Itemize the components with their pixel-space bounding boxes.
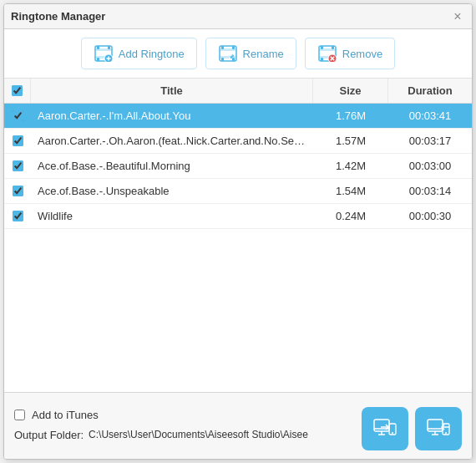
ringtone-table: Title Size Duration Aaron.Carter.-.I'm.A… [4, 78, 472, 392]
row-size: 0.24M [313, 204, 388, 228]
row-title: Ace.of.Base.-.Unspeakable [31, 179, 313, 203]
row-checkbox[interactable] [13, 186, 23, 196]
table-body: Aaron.Carter.-.I'm.All.About.You1.76M00:… [4, 104, 472, 390]
device-to-computer-button[interactable] [362, 407, 408, 450]
row-title: Ace.of.Base.-.Beautiful.Morning [31, 154, 313, 178]
footer-actions [362, 407, 462, 450]
row-size: 1.42M [313, 154, 388, 178]
remove-icon [317, 43, 337, 64]
row-size: 1.76M [313, 104, 388, 128]
row-size: 1.54M [313, 179, 388, 203]
svg-point-40 [445, 432, 447, 434]
row-size: 1.57M [313, 129, 388, 153]
header-duration: Duration [388, 79, 472, 103]
footer: Add to iTunes Output Folder: C:\Users\Us… [4, 392, 472, 459]
computer-to-device-button[interactable] [415, 407, 462, 450]
row-title: Wildlife [31, 204, 313, 228]
header-size: Size [313, 79, 388, 103]
header-title: Title [31, 79, 313, 103]
remove-button[interactable]: Remove [305, 38, 395, 69]
svg-point-33 [392, 432, 393, 434]
row-checkbox[interactable] [13, 160, 23, 171]
window-title: Ringtone Manager [11, 10, 105, 23]
svg-rect-4 [108, 46, 110, 49]
computer-to-device-icon [426, 416, 451, 441]
row-duration: 00:03:00 [388, 154, 472, 178]
svg-rect-22 [332, 46, 334, 49]
row-duration: 00:00:30 [388, 204, 472, 228]
svg-rect-13 [221, 46, 224, 49]
svg-line-17 [229, 58, 230, 59]
row-checkbox-cell [4, 205, 31, 227]
add-ringtone-icon [94, 43, 114, 64]
table-row[interactable]: Ace.of.Base.-.Beautiful.Morning1.42M00:0… [4, 154, 472, 179]
row-duration: 00:03:41 [388, 104, 472, 128]
table-row[interactable]: Aaron.Carter.-.Oh.Aaron.(feat..Nick.Cart… [4, 129, 472, 154]
device-to-computer-icon [372, 416, 398, 441]
toolbar: Add Ringtone Rename [4, 29, 472, 78]
output-folder-label: Output Folder: [14, 429, 84, 441]
svg-rect-5 [97, 58, 99, 61]
add-ringtone-label: Add Ringtone [119, 48, 185, 60]
title-bar: Ringtone Manager × [4, 4, 472, 29]
row-duration: 00:03:14 [388, 179, 472, 203]
svg-rect-21 [321, 46, 323, 49]
row-checkbox-cell [4, 130, 31, 152]
svg-rect-23 [321, 58, 323, 61]
select-all-checkbox[interactable] [12, 85, 23, 96]
rename-button[interactable]: Rename [205, 38, 296, 69]
row-title: Aaron.Carter.-.Oh.Aaron.(feat..Nick.Cart… [31, 129, 313, 153]
rename-icon [218, 43, 238, 64]
row-checkbox[interactable] [13, 110, 23, 121]
close-button[interactable]: × [450, 9, 465, 24]
table-header: Title Size Duration [4, 79, 472, 104]
row-checkbox[interactable] [13, 135, 23, 146]
row-checkbox-cell [4, 155, 31, 177]
svg-rect-35 [428, 420, 443, 431]
add-to-itunes-checkbox[interactable] [14, 410, 25, 420]
svg-rect-14 [232, 46, 235, 49]
row-checkbox-cell [4, 104, 31, 127]
svg-rect-15 [221, 58, 224, 61]
row-duration: 00:03:17 [388, 129, 472, 153]
table-row[interactable]: Wildlife0.24M00:00:30 [4, 204, 472, 229]
add-ringtone-button[interactable]: Add Ringtone [81, 38, 197, 69]
header-checkbox-cell [4, 79, 31, 103]
row-checkbox-cell [4, 180, 31, 202]
svg-rect-16 [232, 58, 235, 61]
svg-rect-3 [97, 46, 99, 49]
remove-label: Remove [342, 48, 382, 60]
table-row[interactable]: Ace.of.Base.-.Unspeakable1.54M00:03:14 [4, 179, 472, 204]
rename-label: Rename [243, 48, 284, 60]
add-to-itunes-label: Add to iTunes [32, 409, 99, 421]
table-row[interactable]: Aaron.Carter.-.I'm.All.About.You1.76M00:… [4, 104, 472, 129]
row-checkbox[interactable] [13, 211, 23, 221]
main-window: Ringtone Manager × Add Ringtone [3, 3, 473, 460]
row-title: Aaron.Carter.-.I'm.All.About.You [31, 104, 313, 128]
